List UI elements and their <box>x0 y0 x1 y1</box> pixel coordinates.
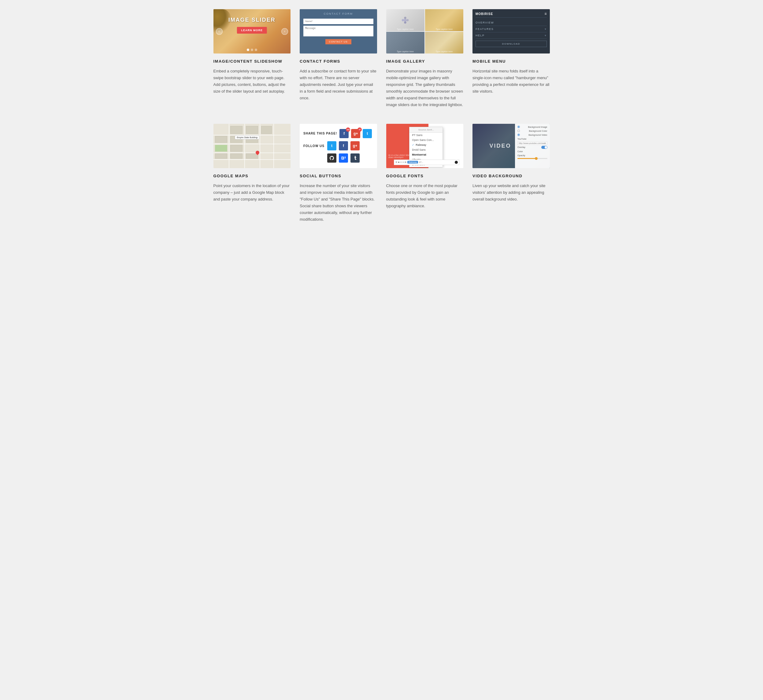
gallery-cell-2[interactable]: Type caption here <box>425 9 463 31</box>
toolbar-align-icon[interactable]: ☰ <box>395 161 397 164</box>
slider-dot-3[interactable] <box>255 48 257 51</box>
google-maps-desc: Point your customers in the location of … <box>213 183 291 203</box>
gallery-preview: Type caption here Type caption here Type… <box>386 9 464 53</box>
feature-card-contact-forms: CONTACT FORM CONTACT US CONTACT FORMS Ad… <box>300 9 377 108</box>
font-item-droid-sans[interactable]: Droid Sans <box>409 147 442 152</box>
share-twitter-button[interactable]: t <box>363 129 372 138</box>
toolbar-underline-icon[interactable]: ≡ <box>403 161 404 163</box>
contact-forms-title: CONTACT FORMS <box>300 59 377 64</box>
vp-opacity-row: Opacity <box>517 154 547 157</box>
map-block-4 <box>215 136 227 143</box>
follow-googleplus-button[interactable]: g+ <box>351 141 360 150</box>
font-item-montserrat[interactable]: Montserrat <box>409 152 442 157</box>
gallery-cell-3[interactable]: Type caption here <box>386 32 425 54</box>
slideshow-title: IMAGE/CONTENT SLIDESHOW <box>213 59 291 64</box>
vp-opacity-slider[interactable] <box>517 158 547 159</box>
mm-item-overview[interactable]: OVERVIEW <box>476 20 547 26</box>
social-follow-label: FOLLOW US <box>303 144 325 148</box>
fonts-preview: ite in a few clicks! Mobirise helps you … <box>386 124 464 168</box>
vp-bg-color-radio[interactable] <box>517 130 520 132</box>
vp-bg-video-radio[interactable] <box>517 134 520 136</box>
map-close-icon[interactable]: × <box>257 136 258 139</box>
map-road-h3 <box>213 153 291 153</box>
mm-item-features[interactable]: FEATURES ▼ <box>476 26 547 33</box>
gallery-cell-1[interactable]: Type caption here <box>386 9 425 31</box>
font-item-raleway[interactable]: Raleway <box>409 142 442 147</box>
map-road-h4 <box>213 159 291 160</box>
contact-message-input[interactable] <box>303 26 373 36</box>
slider-preview: IMAGE SLIDER LEARN MORE ‹ › <box>213 9 291 53</box>
slider-learn-more-button[interactable]: LEARN MORE <box>237 27 267 34</box>
feature-grid-row2: Empire State Building × GOOGLE MAPS Poin… <box>213 124 550 223</box>
google-fonts-title: GOOGLE FONTS <box>386 173 464 178</box>
slider-next-arrow[interactable]: › <box>281 28 288 35</box>
slider-heading: IMAGE SLIDER <box>229 17 276 23</box>
contact-submit-button[interactable]: CONTACT US <box>325 39 351 44</box>
slider-prev-arrow[interactable]: ‹ <box>216 28 222 35</box>
feature-card-google-fonts: ite in a few clicks! Mobirise helps you … <box>386 124 464 223</box>
feature-card-mobile-menu: MOBIRISE ≡ OVERVIEW FEATURES ▼ HELP ▼ DO… <box>473 9 550 108</box>
slider-dot-1[interactable] <box>247 48 249 51</box>
follow-behance-button[interactable] <box>339 153 348 162</box>
vp-bg-video-row: Background Video <box>517 134 547 136</box>
vp-youtube-row: YouTube <box>517 138 547 140</box>
vp-color-label: Color <box>517 150 523 153</box>
contact-name-input[interactable] <box>303 19 373 24</box>
map-block-2 <box>246 126 258 134</box>
font-item-open-sans[interactable]: Open Sans Con... <box>409 138 442 142</box>
toolbar-italic-icon[interactable]: ≡ <box>400 161 401 163</box>
font-color-picker[interactable] <box>455 161 458 164</box>
share-googleplus-button[interactable]: g+ 47 <box>351 129 360 138</box>
gallery-caption-2: Type caption here <box>436 28 453 30</box>
map-road-v4 <box>273 124 274 168</box>
googleplus-share-count: 47 <box>357 128 362 132</box>
svg-point-0 <box>404 17 406 19</box>
google-fonts-desc: Choose one or more of the most popular f… <box>386 183 464 209</box>
page-wrapper: IMAGE SLIDER LEARN MORE ‹ › IMAGE/CONTEN… <box>207 0 556 247</box>
map-road-h2 <box>213 144 291 144</box>
google-maps-title: GOOGLE MAPS <box>213 173 291 178</box>
mm-item-help[interactable]: HELP ▼ <box>476 33 547 39</box>
video-background-desc: Liven up your website and catch your sit… <box>473 183 550 203</box>
mm-features-arrow-icon: ▼ <box>544 28 547 31</box>
mm-header: MOBIRISE ≡ <box>476 12 547 18</box>
vp-overlay-toggle[interactable] <box>541 146 547 149</box>
feature-card-video-background: VIDEO Background Image Background Color … <box>473 124 550 223</box>
fonts-dropdown-header: Source-Serif... <box>409 127 442 133</box>
mm-hamburger-icon[interactable]: ≡ <box>544 12 547 16</box>
follow-twitter-button[interactable]: t <box>327 141 336 150</box>
vp-youtube-label: YouTube <box>517 138 526 140</box>
feature-card-slideshow: IMAGE SLIDER LEARN MORE ‹ › IMAGE/CONTEN… <box>213 9 291 108</box>
font-item-pt-sans[interactable]: PT Sans <box>409 133 442 138</box>
font-name-tag[interactable]: Raleway <box>407 161 418 164</box>
vp-slider-fill <box>517 158 536 159</box>
vp-bg-color-label: Background Color <box>529 130 547 132</box>
share-facebook-button[interactable]: f 192 <box>340 129 349 138</box>
map-pin-icon <box>255 150 260 155</box>
contact-forms-desc: Add a subscribe or contact form to your … <box>300 68 377 102</box>
feature-card-image-gallery: Type caption here Type caption here Type… <box>386 9 464 108</box>
social-buttons-desc: Increase the number of your site visitor… <box>300 183 377 223</box>
vp-url-input[interactable] <box>517 142 547 145</box>
vp-bg-image-radio[interactable] <box>517 126 520 128</box>
mm-download-button[interactable]: DOWNLOAD <box>476 41 547 47</box>
svg-point-4 <box>404 19 407 21</box>
mobile-menu-desc: Horizontal site menu folds itself into a… <box>473 68 550 95</box>
slider-dots <box>247 48 257 51</box>
contact-form-preview: CONTACT FORM CONTACT US <box>300 9 377 53</box>
follow-github-button[interactable] <box>327 153 336 162</box>
behance-icon <box>341 156 346 159</box>
follow-tumblr-button[interactable] <box>351 153 360 162</box>
slider-dot-2[interactable] <box>251 48 253 51</box>
map-road-v2 <box>244 124 245 168</box>
social-other-row <box>303 153 373 162</box>
follow-facebook-button[interactable]: f <box>339 141 348 150</box>
mm-help-arrow-icon: ▼ <box>544 34 547 37</box>
vp-bg-image-label: Background Image <box>528 126 547 128</box>
toolbar-link-icon[interactable]: ⊞ <box>404 161 406 164</box>
vp-opacity-label: Opacity <box>517 154 525 157</box>
map-green-1 <box>215 145 227 152</box>
toolbar-bold-icon[interactable]: ■ <box>398 161 400 163</box>
social-buttons-title: SOCIAL BUTTONS <box>300 173 377 178</box>
gallery-cell-4[interactable]: Type caption here <box>425 32 463 54</box>
